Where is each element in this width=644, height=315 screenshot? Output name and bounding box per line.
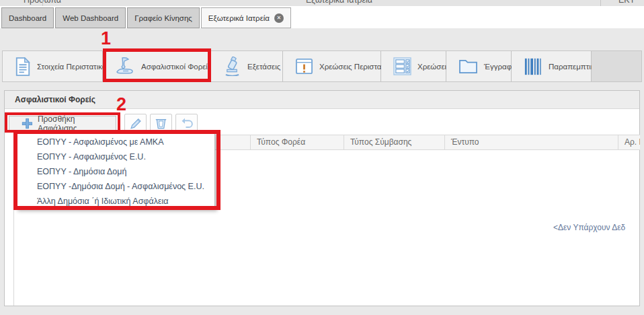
dropdown-item-alli-asfaleia[interactable]: Άλλη Δημόσια ΄ή Ιδιωτική Ασφάλεια — [16, 194, 214, 209]
window-exclamation-icon — [295, 57, 313, 75]
top-strip-right-text: ΕΚΤ — [618, 0, 635, 5]
toolbar-button-label: Χρεώσεις — [417, 63, 450, 71]
dropdown-item-eopyy-dimosia[interactable]: ΕΟΠΥΥ - Δημόσια Δομή — [16, 164, 214, 179]
edit-button[interactable] — [124, 114, 147, 132]
toolbar-button-xreoseis-peristatikou[interactable]: Χρεώσεις Περιστατικού — [283, 51, 381, 81]
microscope-icon — [223, 57, 241, 76]
toolbar-button-label: Εξετάσεις — [247, 63, 280, 71]
tab-bar: Dashboard Web Dashboard Γραφείο Κίνησης … — [1, 7, 291, 28]
toolbar-button-label: Ασφαλιστικοί Φορείς — [141, 63, 211, 71]
barcode-icon — [524, 57, 542, 76]
undo-icon — [180, 117, 194, 129]
toolbar-button-parapemptika[interactable]: Παραπεμπτικά — [512, 51, 592, 81]
insurance-type-dropdown: ΕΟΠΥΥ - Ασφαλισμένος με ΑΜΚΑ ΕΟΠΥΥ - Ασφ… — [15, 133, 215, 209]
tab-grafeio-kinisis[interactable]: Γραφείο Κίνησης — [127, 7, 200, 28]
toolbar-button-xreoseis[interactable]: Χρεώσεις — [381, 51, 446, 81]
dropdown-item-eopyy-eu[interactable]: ΕΟΠΥΥ - Ασφαλισμένος E.U. — [16, 149, 214, 164]
toolbar-filler — [592, 51, 641, 81]
toolbar-button-eggrafa[interactable]: Έγγραφα — [446, 51, 512, 81]
hand-care-icon — [115, 57, 135, 77]
toolbar-button-exetaseis[interactable]: Εξετάσεις — [211, 51, 283, 81]
tab-exoterika-iatreia[interactable]: Εξωτερικά Ιατρεία ✕ — [201, 7, 291, 28]
toolbar-button-stoixeia-peristatikou[interactable]: Στοιχεία Περιστατικού — [3, 51, 103, 81]
top-strip-divider — [600, 0, 601, 6]
plus-icon — [22, 118, 33, 129]
add-insurance-button[interactable]: Προσθήκη Ασφάλισης — [9, 116, 116, 131]
tab-dashboard[interactable]: Dashboard — [1, 7, 54, 28]
top-strip: Πρόσωπα Εξωτερικά Ιατρεία ΕΚΤ — [0, 0, 644, 6]
tab-label: Web Dashboard — [63, 14, 118, 22]
dropdown-item-eopyy-amka[interactable]: ΕΟΠΥΥ - Ασφαλισμένος με ΑΜΚΑ — [16, 135, 214, 149]
delete-trash-icon — [155, 116, 167, 130]
table-column-typos-forea[interactable]: Τύπος Φορέα — [250, 135, 344, 149]
toolbar-button-asfalistikoi-foreis[interactable]: Ασφαλιστικοί Φορείς — [103, 51, 211, 81]
tab-web-dashboard[interactable]: Web Dashboard — [55, 7, 126, 28]
empty-data-text: <Δεν Υπάρχουν Δεδ — [553, 223, 625, 232]
document-icon — [15, 57, 31, 76]
module-toolbar: Στοιχεία Περιστατικού Ασφαλιστικοί Φορεί… — [2, 50, 642, 82]
toolbar-button-label: Στοιχεία Περιστατικού — [37, 63, 111, 71]
table-column-entypo[interactable]: Έντυπο — [444, 135, 618, 149]
top-strip-center-text: Εξωτερικά Ιατρεία — [306, 0, 372, 5]
tab-close-icon[interactable]: ✕ — [274, 13, 284, 23]
panel-title: Ασφαλιστικοί Φορείς — [5, 91, 639, 109]
tab-label: Εξωτερικά Ιατρεία — [208, 14, 270, 22]
add-insurance-button-label: Προσθήκη Ασφάλισης — [38, 114, 116, 133]
grid-left-border — [13, 135, 14, 306]
folder-icon — [458, 58, 478, 75]
top-strip-divider — [42, 0, 43, 6]
table-column-typos-symvasis[interactable]: Τύπος Σύμβασης — [344, 135, 444, 149]
tab-label: Γραφείο Κίνησης — [134, 14, 192, 22]
edit-pencil-icon — [129, 116, 143, 130]
undo-button[interactable] — [175, 114, 198, 132]
dropdown-item-eopyy-dimosia-eu[interactable]: ΕΟΠΥΥ -Δημόσια Δομή - Ασφαλισμένος E.U. — [16, 179, 214, 194]
delete-button[interactable] — [150, 114, 172, 132]
table-column-ar-mitroou[interactable]: Αρ. Μη — [618, 135, 640, 149]
billing-list-icon — [393, 57, 411, 75]
tab-label: Dashboard — [9, 14, 46, 22]
